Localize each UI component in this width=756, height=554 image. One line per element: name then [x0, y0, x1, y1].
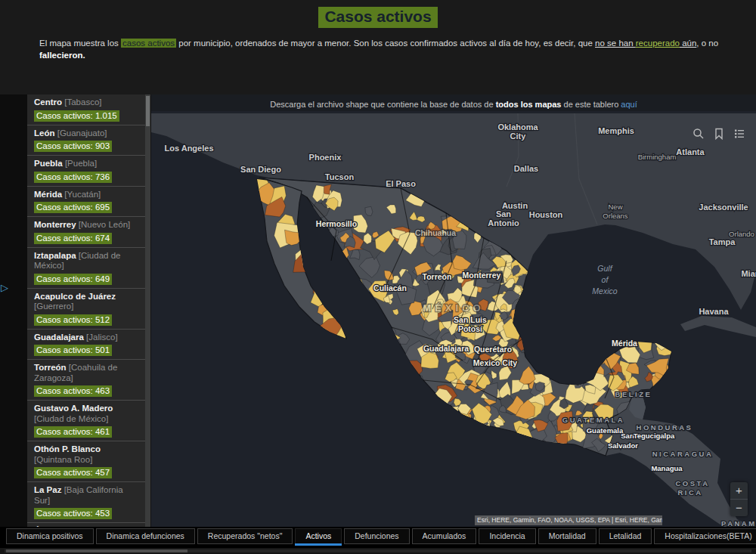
- map-label: Querétaro: [474, 345, 512, 354]
- map-label: City: [510, 132, 527, 141]
- map-label: Orleans: [603, 212, 628, 220]
- map-label: Tampa: [709, 237, 736, 246]
- tab-hospitalizaciones-beta[interactable]: Hospitalizaciones(BETA): [654, 528, 756, 544]
- municipality-state: [Guerrero]: [34, 302, 73, 311]
- inline-link[interactable]: recuperado: [636, 39, 680, 48]
- map-label: Houston: [529, 210, 563, 219]
- list-item[interactable]: Puebla [Puebla] Casos activos: 736: [27, 156, 145, 187]
- map-label: Miami: [741, 269, 756, 278]
- tab-mortalidad[interactable]: Mortalidad: [538, 528, 596, 544]
- map-label: HONDURAS: [637, 423, 693, 432]
- map-label: Guadalajara: [423, 344, 469, 353]
- list-item[interactable]: Monterrey [Nuevo León] Casos activos: 67…: [27, 217, 145, 248]
- active-cases-badge: Casos activos: 461: [34, 426, 112, 438]
- description-text: El mapa muestra los casos activos por mu…: [39, 37, 731, 61]
- map-label: New: [608, 203, 622, 211]
- municipality-name: Monterrey: [34, 220, 76, 229]
- map-label: Atlanta: [676, 147, 705, 156]
- map-label: Jacksonville: [699, 203, 748, 212]
- map-label: Hermosillo: [316, 219, 357, 228]
- municipality-state: [Ciudad de México]: [34, 414, 108, 423]
- sidebar-scrollbar[interactable]: [145, 94, 150, 527]
- map-label: Chihuahua: [415, 228, 456, 237]
- map-canvas[interactable]: Los AngelesSan DiegoPhoenixTucsonEl Paso…: [151, 111, 756, 527]
- map-label: Mérida: [612, 339, 637, 348]
- list-item[interactable]: Gustavo A. Madero [Ciudad de México] Cas…: [27, 401, 145, 441]
- sidebar-scrollbar-thumb[interactable]: [146, 96, 150, 126]
- map-label: Phoenix: [309, 153, 342, 162]
- map-label: Birmingham: [638, 153, 677, 161]
- municipality-name: Mérida: [34, 190, 62, 199]
- legend-list-icon[interactable]: [733, 128, 745, 140]
- map-label: San: [621, 432, 634, 440]
- tab-bar: Dinamica positivosDinamica defuncionesRe…: [0, 527, 756, 548]
- active-cases-badge: Casos activos: 457: [34, 467, 112, 478]
- map-label: Mexico: [592, 286, 617, 296]
- map-label: Memphis: [598, 126, 634, 135]
- tab-letalidad[interactable]: Letalidad: [599, 528, 652, 544]
- map-label: of: [602, 275, 609, 284]
- map-label: RICA: [677, 488, 702, 497]
- horizontal-scrollbar[interactable]: [0, 548, 756, 554]
- map-label: Torreón: [423, 272, 452, 281]
- map-label: San: [496, 209, 511, 218]
- map-label: BELIZE: [615, 390, 652, 398]
- dashboard-root: Casos activos El mapa muestra los casos …: [0, 0, 756, 554]
- list-item[interactable]: Acapulco de Juárez [Guerrero] Casos acti…: [27, 289, 145, 330]
- map-label: COSTA: [675, 479, 709, 487]
- municipality-list-panel: Centro [Tabasco] Casos activos: 1.015 Le…: [27, 94, 150, 527]
- map-label: PANAMA: [721, 519, 756, 527]
- sidebar-expand-arrow[interactable]: ▷: [1, 282, 8, 293]
- inline-link[interactable]: aquí: [621, 100, 637, 109]
- tab-defunciones[interactable]: Defunciones: [344, 528, 409, 544]
- bookmark-icon[interactable]: [713, 128, 725, 140]
- list-item[interactable]: Mérida [Yucatán] Casos activos: 695: [27, 187, 145, 218]
- tab-recuperados-netos[interactable]: Recuperados "netos": [197, 528, 293, 544]
- tab-incidencia[interactable]: Incidencia: [479, 528, 535, 544]
- map-label: Oklahoma: [497, 122, 538, 132]
- map-label: NICARAGUA: [652, 450, 714, 458]
- list-item[interactable]: Othón P. Blanco [Quintana Roo] Casos act…: [27, 441, 145, 482]
- active-cases-badge: Casos activos: 903: [34, 141, 112, 152]
- map-label: Monterrey: [463, 271, 501, 280]
- zoom-in-button[interactable]: +: [730, 482, 748, 499]
- tab-dinamica-defunciones[interactable]: Dinamica defunciones: [96, 528, 195, 544]
- map-label: MÉXICO: [423, 302, 484, 314]
- municipality-name: Gustavo A. Madero: [34, 404, 113, 413]
- list-item[interactable]: Torreón [Coahuila de Zaragoza] Casos act…: [27, 360, 145, 401]
- active-cases-badge: Casos activos: 501: [34, 345, 112, 356]
- map-svg: Los AngelesSan DiegoPhoenixTucsonEl Paso…: [151, 111, 756, 527]
- active-cases-badge: Casos activos: 736: [34, 172, 112, 183]
- active-cases-badge: Casos activos: 674: [34, 233, 112, 244]
- active-cases-badge: Casos activos: 463: [34, 385, 112, 397]
- list-item[interactable]: Guadalajara [Jalisco] Casos activos: 501: [27, 330, 145, 361]
- map-area: Descarga el archivo shape que contiene l…: [151, 94, 756, 527]
- municipality-name: Acapulco de Juárez: [34, 292, 116, 301]
- search-icon[interactable]: [692, 128, 705, 140]
- active-cases-badge: Casos activos: 453: [34, 508, 112, 519]
- tab-acumulados[interactable]: Acumulados: [412, 528, 477, 544]
- tab-dinamica-positivos[interactable]: Dinamica positivos: [6, 528, 94, 544]
- map-toolbar: [692, 128, 745, 140]
- municipality-state: [Tabasco]: [64, 97, 101, 107]
- list-item[interactable]: Centro [Tabasco] Casos activos: 1.015: [27, 94, 145, 125]
- list-item[interactable]: León [Guanajuato] Casos activos: 903: [27, 125, 145, 156]
- tab-activos[interactable]: Activos: [295, 528, 342, 544]
- map-label: Gulf: [597, 264, 612, 273]
- zoom-out-button[interactable]: −: [730, 500, 748, 516]
- municipality-name: Guadalajara: [34, 333, 84, 342]
- horizontal-scrollbar-thumb[interactable]: [6, 549, 187, 552]
- map-attribution: Esri, HERE, Garmin, FAO, NOAA, USGS, EPA…: [475, 515, 662, 525]
- municipality-state: [Nuevo León]: [79, 220, 130, 229]
- municipality-name: Puebla: [34, 159, 63, 168]
- municipality-name: Othón P. Blanco: [34, 444, 101, 453]
- map-label: Dallas: [514, 164, 538, 173]
- map-label: Guatemala: [587, 426, 624, 435]
- municipality-name: Iztapalapa: [34, 251, 76, 260]
- active-cases-badge: Casos activos: 512: [34, 314, 112, 326]
- page-title: Casos activos: [318, 7, 437, 28]
- list-item[interactable]: La Paz [Baja California Sur] Casos activ…: [27, 482, 145, 523]
- zoom-controls: + −: [730, 482, 748, 516]
- map-label: El Paso: [386, 179, 416, 188]
- list-item[interactable]: Iztapalapa [Ciudad de México] Casos acti…: [27, 248, 145, 289]
